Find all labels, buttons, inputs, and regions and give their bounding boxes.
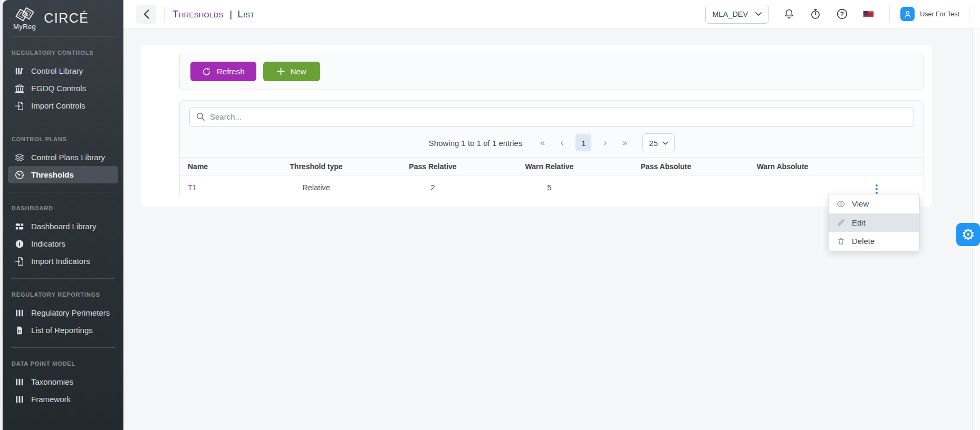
- breadcrumb-secondary: List: [237, 8, 254, 19]
- new-label: New: [291, 67, 306, 76]
- sidebar-item-label: Dashboard Library: [31, 222, 96, 231]
- row-warn-relative: 5: [491, 175, 608, 200]
- chevron-left-icon: [143, 9, 150, 19]
- row-threshold-type: Relative: [258, 175, 374, 200]
- user-avatar: [900, 7, 915, 21]
- breadcrumb: Thresholds | List: [172, 8, 255, 20]
- bell-icon: [783, 8, 795, 20]
- page-size-value: 25: [649, 139, 658, 148]
- sidebar-item-framework[interactable]: Framework: [3, 390, 123, 408]
- sidebar-item-thresholds[interactable]: Thresholds: [8, 166, 118, 183]
- eye-icon: [837, 200, 846, 208]
- report-file-icon: [15, 326, 24, 335]
- search-icon: [196, 112, 205, 121]
- thresholds-table: Name Threshold type Pass Relative Warn R…: [180, 157, 924, 200]
- sidebar-item-label: Import Indicators: [31, 257, 90, 266]
- question-circle-icon: ?: [836, 8, 848, 20]
- app-name: CIRCÉ: [44, 11, 89, 26]
- gear-icon: ⚙: [962, 227, 975, 242]
- sidebar-item-label: Indicators: [31, 239, 65, 248]
- first-page-button[interactable]: «: [536, 138, 548, 148]
- toolbar-card: Refresh New: [179, 53, 924, 90]
- trash-icon: [837, 237, 846, 246]
- timer-button[interactable]: [809, 8, 822, 20]
- breadcrumb-separator: |: [229, 8, 232, 19]
- sidebar-item-import-controls[interactable]: Import Controls: [3, 97, 123, 114]
- gauge-icon: [15, 170, 24, 180]
- menu-item-label: Delete: [852, 237, 875, 246]
- search-box: [189, 107, 914, 126]
- notifications-button[interactable]: [783, 8, 795, 20]
- column-header-pass-relative[interactable]: Pass Relative: [374, 158, 491, 175]
- menu-item-label: View: [852, 199, 869, 208]
- menu-item-view[interactable]: View: [829, 194, 919, 213]
- row-warn-absolute: [724, 175, 841, 200]
- plus-icon: [277, 67, 285, 75]
- menu-item-edit[interactable]: Edit: [829, 213, 919, 232]
- page-size-select[interactable]: 25: [642, 133, 675, 152]
- previous-page-button[interactable]: ‹: [556, 138, 568, 148]
- current-page-button[interactable]: 1: [575, 134, 591, 151]
- sidebar-item-egdq-controls[interactable]: EGDQ Controls: [3, 80, 123, 97]
- sidebar-item-control-library[interactable]: Control Library: [3, 62, 123, 80]
- user-menu[interactable]: User For Test: [900, 7, 959, 21]
- menu-item-delete[interactable]: Delete: [829, 232, 919, 251]
- refresh-icon: [202, 67, 211, 76]
- pagination: Showing 1 to 1 of 1 entries « ‹ 1 › » 25: [180, 133, 924, 153]
- dashboard-grid-icon: [15, 222, 24, 231]
- row-pass-absolute: [608, 175, 724, 200]
- books-icon: [15, 395, 24, 404]
- import-file-icon: [15, 101, 24, 111]
- last-page-button[interactable]: »: [619, 138, 630, 148]
- header-divider: [969, 6, 969, 22]
- sidebar-divider: [11, 123, 115, 123]
- books-icon: [15, 377, 24, 387]
- import-file-icon: [15, 257, 24, 266]
- sidebar: MyReg CIRCÉ Regulatory Controls Control …: [3, 0, 123, 430]
- table-header-row: Name Threshold type Pass Relative Warn R…: [180, 158, 924, 175]
- sidebar-item-label: Control Library: [31, 66, 83, 75]
- header-divider: [889, 6, 890, 22]
- svg-text:?: ?: [840, 11, 844, 18]
- help-button[interactable]: ?: [835, 8, 848, 20]
- info-circle-icon: [15, 239, 24, 249]
- sidebar-item-control-plans-library[interactable]: Control Plans Library: [3, 149, 123, 166]
- sidebar-item-indicators[interactable]: Indicators: [3, 235, 123, 252]
- sidebar-item-import-indicators[interactable]: Import Indicators: [3, 252, 123, 270]
- language-button[interactable]: [862, 11, 875, 17]
- bank-icon: [15, 84, 24, 93]
- row-pass-relative: 2: [374, 175, 491, 200]
- new-button[interactable]: New: [263, 62, 320, 81]
- sidebar-section-regulatory-reportings: Regulatory Reportings: [12, 291, 114, 298]
- back-button[interactable]: [136, 5, 156, 24]
- sidebar-item-dashboard-library[interactable]: Dashboard Library: [3, 218, 123, 235]
- user-name: User For Test: [920, 11, 959, 18]
- header-divider: [164, 6, 165, 22]
- environment-select[interactable]: MLA_DEV: [705, 5, 770, 24]
- row-name-link[interactable]: T1: [188, 183, 197, 192]
- chevron-down-icon: [662, 141, 668, 145]
- sidebar-section-data-point-model: Data Point Model: [12, 360, 114, 367]
- sidebar-item-label: EGDQ Controls: [31, 84, 86, 93]
- sidebar-divider: [11, 36, 115, 37]
- sidebar-item-regulatory-perimeters[interactable]: Regulatory Perimeters: [3, 304, 123, 321]
- column-header-warn-absolute[interactable]: Warn Absolute: [724, 158, 841, 175]
- books-icon: [15, 308, 24, 318]
- brand-logo[interactable]: MyReg CIRCÉ: [3, 0, 123, 36]
- top-bar: Thresholds | List MLA_DEV ?: [123, 0, 980, 28]
- sidebar-item-list-of-reportings[interactable]: List of Reportings: [3, 321, 123, 339]
- column-header-name[interactable]: Name: [180, 158, 258, 175]
- sidebar-item-taxonomies[interactable]: Taxonomies: [3, 373, 123, 390]
- refresh-label: Refresh: [217, 67, 245, 76]
- column-header-warn-relative[interactable]: Warn Relative: [491, 158, 608, 175]
- layers-icon: [15, 153, 24, 162]
- next-page-button[interactable]: ›: [599, 138, 611, 148]
- refresh-button[interactable]: Refresh: [190, 62, 256, 81]
- column-header-threshold-type[interactable]: Threshold type: [258, 158, 374, 175]
- list-card: Showing 1 to 1 of 1 entries « ‹ 1 › » 25…: [179, 100, 924, 199]
- search-input[interactable]: [210, 112, 907, 121]
- column-header-pass-absolute[interactable]: Pass Absolute: [608, 158, 724, 175]
- settings-button[interactable]: ⚙: [956, 223, 980, 246]
- chevron-down-icon: [755, 12, 762, 16]
- breadcrumb-primary: Thresholds: [172, 8, 224, 19]
